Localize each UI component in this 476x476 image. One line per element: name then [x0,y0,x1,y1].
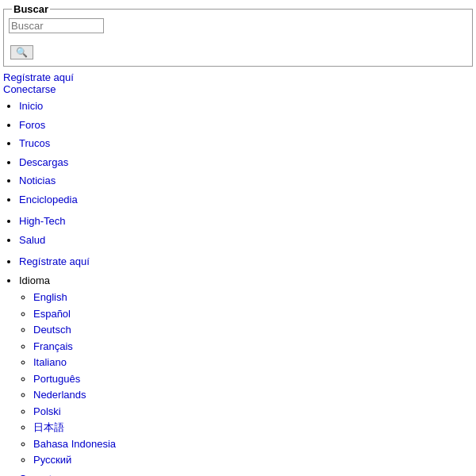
lang-portugues: Português [33,371,473,387]
nav-item-noticias: Noticias [19,173,473,189]
nav-item-salud: Salud [19,232,473,248]
lang-link-francais[interactable]: Français [33,340,73,352]
lang-russian: Русский [33,452,473,468]
nav-item-conectarse: Conectarse [19,471,473,477]
language-list: English Español Deutsch Français Italian… [19,290,473,468]
lang-link-portugues[interactable]: Português [33,373,80,385]
nav-link-conectarse2[interactable]: Conectarse [19,473,71,477]
search-input-top[interactable] [9,18,104,33]
nav-item-trucos: Trucos [19,136,473,152]
lang-espanol: Español [33,306,473,322]
nav-link-salud[interactable]: Salud [19,234,45,246]
main-nav: Inicio Foros Trucos Descargas Noticias E… [3,98,473,207]
lang-english: English [33,290,473,305]
nav-link-descargas[interactable]: Descargas [19,156,68,168]
lang-link-nederlands[interactable]: Nederlands [33,389,86,401]
search-legend-top: Buscar [12,3,50,15]
idioma-label: Idioma [19,274,50,286]
lang-link-english[interactable]: English [33,291,67,303]
lang-link-deutsch[interactable]: Deutsch [33,324,71,336]
lang-japanese: 日本語 [33,420,473,436]
nav-link-enciclopedia[interactable]: Enciclopedia [19,194,78,205]
lang-link-russian[interactable]: Русский [33,454,71,466]
nav-item-hightech: High-Tech [19,213,473,229]
nav-item-registrate: Regístrate aquí [19,254,473,270]
lang-link-polski[interactable]: Polski [33,405,61,417]
lang-deutsch: Deutsch [33,322,473,338]
main-nav-3: Regístrate aquí Idioma English Español D… [3,254,473,476]
lang-nederlands: Nederlands [33,387,473,403]
registrate-link-top[interactable]: Regístrate aquí [3,71,473,83]
top-links: Regístrate aquí Conectarse [3,71,473,95]
lang-polski: Polski [33,404,473,420]
lang-link-espanol[interactable]: Español [33,308,71,320]
nav-link-hightech[interactable]: High-Tech [19,215,66,227]
nav-link-noticias[interactable]: Noticias [19,175,56,186]
lang-francais: Français [33,339,473,355]
nav-link-registrate2[interactable]: Regístrate aquí [19,255,90,267]
lang-italiano: Italiano [33,355,473,370]
lang-bahasa: Bahasa Indonesia [33,436,473,452]
search-button-top[interactable]: 🔍 [10,45,33,60]
main-nav-2: High-Tech Salud [3,213,473,248]
nav-item-inicio: Inicio [19,98,473,114]
nav-link-trucos[interactable]: Trucos [19,137,50,149]
lang-link-japanese[interactable]: 日本語 [33,421,64,433]
search-fieldset-top: Buscar 🔍 [3,3,473,67]
nav-item-idioma: Idioma English Español Deutsch Français … [19,273,473,468]
nav-link-foros[interactable]: Foros [19,119,45,131]
nav-item-descargas: Descargas [19,155,473,171]
nav-item-foros: Foros [19,117,473,133]
conectarse-link-top[interactable]: Conectarse [3,83,473,95]
nav-link-inicio[interactable]: Inicio [19,100,43,112]
nav-item-enciclopedia: Enciclopedia [19,192,473,208]
lang-link-bahasa[interactable]: Bahasa Indonesia [33,438,116,450]
lang-link-italiano[interactable]: Italiano [33,356,67,368]
